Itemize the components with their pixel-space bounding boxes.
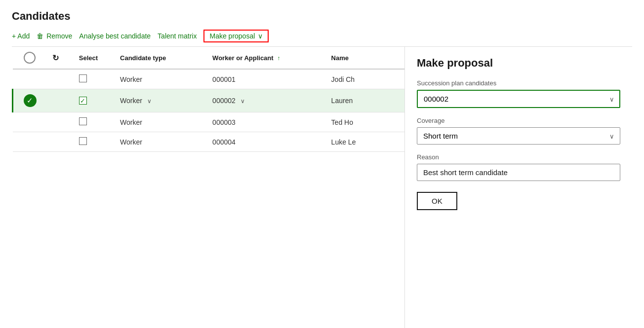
row-refresh-cell [46,89,73,112]
succession-select[interactable]: 000002 000001 000003 000004 [417,90,620,108]
row-select-cell[interactable]: ✓ [73,89,114,112]
row-name-cell: Lauren [325,89,404,112]
row-name-cell: Ted Ho [325,112,404,132]
row-worker-cell: 000002 ∨ [206,89,325,112]
candidates-table: ↻ Select Candidate type Worker or Applic… [12,47,404,152]
reason-label: Reason [417,153,620,161]
row-select-cell[interactable] [73,132,114,152]
coverage-field-group: Coverage Short term Long term Medium ter… [417,117,620,145]
row-name-cell: Jodi Ch [325,69,404,89]
row-circle-cell [13,69,47,89]
table-row: ✓ ✓ Worker ∨ 000002 ∨ Laure [13,89,405,112]
talent-matrix-button[interactable]: Talent matrix [158,30,203,42]
row-refresh-cell [46,69,73,89]
row-worker-cell: 000003 [206,112,325,132]
toolbar: + Add 🗑 Remove Analyse best candidate Ta… [12,30,632,47]
row-select-cell[interactable] [73,112,114,132]
col-header-select: Select [73,47,114,69]
row-circle-cell [13,132,47,152]
reason-input[interactable] [417,164,620,181]
coverage-label: Coverage [417,117,620,124]
type-dropdown-arrow[interactable]: ∨ [147,98,152,105]
worker-dropdown-arrow[interactable]: ∨ [241,98,245,105]
coverage-select[interactable]: Short term Long term Medium term [417,127,620,145]
succession-field-group: Succession plan candidates 000002 000001… [417,79,620,108]
col-header-circle [13,47,47,69]
row-worker-cell: 000001 [206,69,325,89]
row-checkbox[interactable] [79,137,87,145]
selected-indicator: ✓ [19,94,40,107]
trash-icon: 🗑 [37,32,43,40]
table-row: Worker 000003 Ted Ho [13,112,405,132]
main-content: ↻ Select Candidate type Worker or Applic… [12,47,632,328]
analyse-button[interactable]: Analyse best candidate [79,30,158,42]
col-header-name: Name [325,47,404,69]
row-checkbox[interactable] [79,74,87,82]
coverage-select-wrapper[interactable]: Short term Long term Medium term ∨ [417,127,620,145]
refresh-icon: ↻ [52,54,59,62]
add-button[interactable]: + Add [12,30,37,42]
row-type-cell: Worker ∨ [114,89,206,112]
check-circle-icon: ✓ [24,94,37,107]
row-checkbox-checked[interactable]: ✓ [79,97,87,105]
row-type-cell: Worker [114,69,206,89]
row-refresh-cell [46,132,73,152]
row-select-cell[interactable] [73,69,114,89]
row-circle-cell [13,112,47,132]
row-type-cell: Worker [114,132,206,152]
panel-title: Make proposal [417,57,620,70]
row-checkbox[interactable] [79,117,87,125]
table-row: Worker 000001 Jodi Ch [13,69,405,89]
reason-field-group: Reason [417,153,620,181]
row-worker-cell: 000004 [206,132,325,152]
col-header-type: Candidate type [114,47,206,69]
row-name-cell: Luke Le [325,132,404,152]
page-title: Candidates [12,10,632,23]
make-proposal-panel: Make proposal Succession plan candidates… [405,47,632,328]
sort-icon: ↑ [277,55,280,62]
row-refresh-cell [46,112,73,132]
row-type-cell: Worker [114,112,206,132]
remove-button[interactable]: 🗑 Remove [37,30,79,42]
row-selected-indicator-cell: ✓ [13,89,47,112]
ok-button[interactable]: OK [417,192,457,210]
candidates-table-section: ↻ Select Candidate type Worker or Applic… [12,47,405,328]
succession-label: Succession plan candidates [417,79,620,87]
table-row: Worker 000004 Luke Le [13,132,405,152]
col-header-refresh[interactable]: ↻ [46,47,73,69]
chevron-down-icon: ∨ [258,32,263,40]
succession-select-wrapper[interactable]: 000002 000001 000003 000004 ∨ [417,90,620,108]
make-proposal-button[interactable]: Make proposal ∨ [203,30,269,42]
col-header-worker[interactable]: Worker or Applicant ↑ [206,47,325,69]
